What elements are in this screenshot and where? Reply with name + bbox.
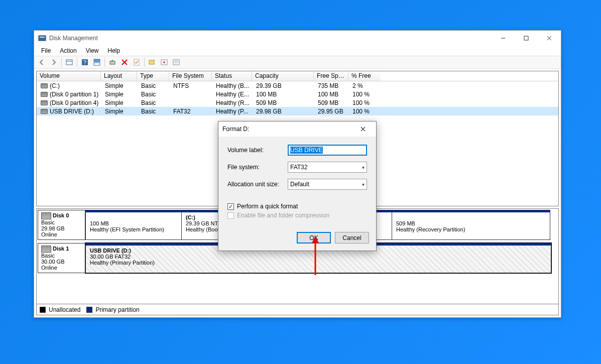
allocation-value: Default [290,181,309,188]
col-status[interactable]: Status [212,71,252,81]
col-free[interactable]: Free Spa... [314,71,348,81]
volume-row[interactable]: USB DRIVE (D:)SimpleBasicFAT32Healthy (P… [37,107,558,115]
delete-button[interactable] [119,57,130,68]
volume-row[interactable]: (Disk 0 partition 1)SimpleBasicHealthy (… [37,90,558,98]
view-top-button[interactable] [91,57,102,68]
menu-file[interactable]: File [37,46,55,55]
volume-row[interactable]: (Disk 0 partition 4)SimpleBasicHealthy (… [37,98,558,107]
help-button[interactable]: ? [79,57,90,68]
volume-label-label: Volume label: [227,147,288,154]
partition[interactable]: 509 MBHealthy (Recovery Partition) [392,210,550,240]
dialog-titlebar: Format D: [218,122,376,137]
file-system-label: File system: [227,164,288,171]
minimize-button[interactable] [492,31,515,46]
maximize-button[interactable] [515,31,538,46]
quick-format-label: Perform a quick format [237,203,298,210]
volume-icon [41,109,48,114]
col-layout[interactable]: Layout [101,71,137,81]
svg-rect-11 [94,63,100,65]
back-button[interactable] [36,57,47,68]
col-type[interactable]: Type [137,71,169,81]
action-button[interactable] [159,57,170,68]
svg-rect-0 [39,36,46,41]
menu-action[interactable]: Action [56,46,80,55]
file-system-value: FAT32 [290,164,307,171]
volume-row[interactable]: (C:)SimpleBasicNTFSHealthy (B...29.39 GB… [37,81,558,90]
menu-view[interactable]: View [82,46,103,55]
quick-format-checkbox[interactable] [227,203,234,210]
allocation-select[interactable]: Default ▾ [288,179,367,190]
col-capacity[interactable]: Capacity [252,71,314,81]
compression-checkbox [227,212,234,219]
window-title: Disk Management [49,35,492,42]
titlebar: Disk Management [34,31,561,46]
disk-icon [41,246,51,253]
toolbar: ? [34,56,561,69]
chevron-down-icon: ▾ [362,165,365,170]
allocation-label: Allocation unit size: [227,181,288,188]
volume-icon [41,100,48,105]
menu-help[interactable]: Help [104,46,125,55]
legend-unallocated: Unallocated [49,306,80,313]
refresh-button[interactable] [107,57,118,68]
svg-rect-3 [524,36,528,40]
menubar: File Action View Help [34,46,561,56]
svg-rect-6 [66,60,72,65]
forward-button[interactable] [48,57,59,68]
legend-primary: Primary partition [95,306,139,313]
file-system-select[interactable]: FAT32 ▾ [288,162,367,173]
svg-point-18 [163,61,165,63]
properties-button[interactable] [131,57,142,68]
svg-text:?: ? [83,60,86,65]
legend-primary-sq [86,307,92,313]
settings-button[interactable] [171,57,182,68]
disk-info[interactable]: Disk 0Basic29.98 GBOnline [38,210,85,240]
cancel-button[interactable]: Cancel [335,232,369,244]
volume-icon [41,92,48,97]
col-volume[interactable]: Volume [37,71,101,81]
svg-rect-16 [149,60,154,64]
app-icon [38,34,46,42]
legend: Unallocated Primary partition [36,304,559,315]
compression-check-row: Enable file and folder compression [227,212,367,219]
show-hide-button[interactable] [64,57,75,68]
quick-format-check-row[interactable]: Perform a quick format [227,203,367,210]
dialog-title: Format D: [222,126,354,133]
close-button[interactable] [538,31,561,46]
col-fs[interactable]: File System [169,71,212,81]
partition[interactable]: 100 MBHealthy (EFI System Partition) [85,210,182,240]
volume-label-input[interactable] [288,145,367,156]
chevron-down-icon: ▾ [362,182,365,187]
svg-rect-10 [94,59,100,62]
svg-rect-12 [110,61,115,64]
volume-list-header: Volume Layout Type File System Status Ca… [37,71,558,81]
format-dialog: Format D: Volume label: File system: FAT… [218,121,377,251]
compression-label: Enable file and folder compression [237,212,329,219]
svg-rect-19 [173,60,179,65]
col-pct[interactable]: % Free [348,71,381,81]
ok-button[interactable]: OK [297,232,331,244]
dialog-close-button[interactable] [354,123,372,136]
volume-icon [41,83,48,88]
svg-rect-1 [40,37,45,38]
new-button[interactable] [147,57,158,68]
disk-icon [41,212,51,219]
disk-info[interactable]: Disk 1Basic30.00 GBOnline [38,243,85,273]
legend-unallocated-sq [40,307,46,313]
